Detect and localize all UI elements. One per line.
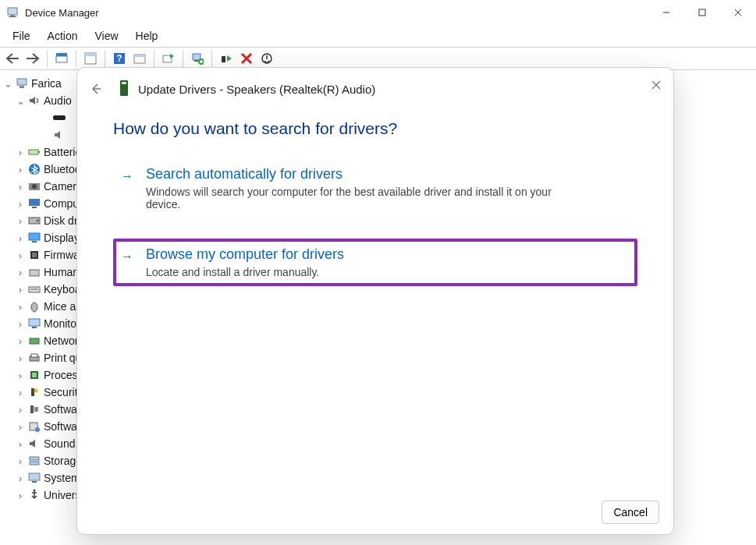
svg-rect-59 <box>32 481 37 483</box>
toolbar-disable-icon[interactable] <box>257 49 276 68</box>
keyboard-icon <box>28 283 41 296</box>
svg-rect-26 <box>29 150 38 154</box>
menu-bar: File Action View Help <box>0 25 756 48</box>
tree-item-label: Audio <box>44 94 72 107</box>
chevron-right-icon: › <box>16 302 25 311</box>
svg-rect-24 <box>20 86 24 88</box>
svg-rect-19 <box>222 56 225 62</box>
software-icon <box>28 420 41 433</box>
camera-icon <box>28 180 41 193</box>
chevron-down-icon: ⌄ <box>16 96 25 105</box>
cancel-button[interactable]: Cancel <box>602 501 659 524</box>
svg-rect-25 <box>53 115 66 120</box>
nav-back-button[interactable] <box>3 49 22 68</box>
menu-action[interactable]: Action <box>40 28 86 44</box>
toolbar-uninstall-icon[interactable] <box>237 49 256 68</box>
svg-rect-53 <box>34 407 38 412</box>
option-title: Search automatically for drivers <box>146 166 567 182</box>
svg-point-55 <box>35 427 40 432</box>
hid-icon <box>28 266 41 278</box>
maximize-button[interactable] <box>684 0 720 25</box>
computer-icon <box>16 77 28 90</box>
speaker-icon <box>53 129 66 141</box>
chevron-right-icon: › <box>16 405 25 414</box>
disk-icon <box>28 214 41 227</box>
menu-view[interactable]: View <box>87 28 126 44</box>
nav-forward-button[interactable] <box>23 49 42 68</box>
bluetooth-icon <box>28 163 41 175</box>
chevron-right-icon: › <box>16 267 25 277</box>
svg-rect-4 <box>699 9 705 16</box>
menu-help[interactable]: Help <box>128 28 166 44</box>
cpu-icon <box>28 369 41 381</box>
printer-icon <box>28 352 41 364</box>
chevron-down-icon: ⌄ <box>3 79 12 88</box>
speaker-icon <box>28 94 41 107</box>
svg-rect-47 <box>31 354 37 357</box>
chevron-right-icon: › <box>16 319 25 328</box>
svg-rect-45 <box>30 338 39 344</box>
chevron-right-icon: › <box>16 216 25 225</box>
chevron-right-icon: › <box>16 336 25 345</box>
chevron-right-icon: › <box>16 250 25 260</box>
svg-rect-44 <box>32 327 37 328</box>
security-icon <box>28 386 41 398</box>
svg-rect-10 <box>85 53 96 56</box>
svg-rect-14 <box>134 55 145 57</box>
dialog-back-button[interactable] <box>87 80 105 98</box>
update-drivers-dialog: Update Drivers - Speakers (Realtek(R) Au… <box>76 67 674 535</box>
speaker-icon <box>28 437 41 450</box>
svg-rect-39 <box>30 270 39 276</box>
svg-point-30 <box>32 184 37 189</box>
option-desc: Locate and install a driver manually. <box>146 266 344 278</box>
chevron-right-icon: › <box>16 370 25 380</box>
minimize-button[interactable] <box>648 0 684 25</box>
chevron-right-icon: › <box>16 422 25 431</box>
svg-rect-63 <box>122 82 126 84</box>
svg-rect-36 <box>32 241 37 242</box>
option-browse-computer[interactable]: → Browse my computer for drivers Locate … <box>113 239 637 286</box>
svg-point-34 <box>37 220 39 222</box>
svg-rect-49 <box>32 373 37 377</box>
system-icon <box>28 472 41 484</box>
toolbar-update-driver-icon[interactable] <box>159 49 178 68</box>
chevron-right-icon: › <box>16 353 25 363</box>
chevron-right-icon: › <box>16 165 25 174</box>
svg-rect-52 <box>30 405 34 413</box>
device-icon <box>53 111 66 124</box>
toolbar-enable-device-icon[interactable] <box>217 49 236 68</box>
window-title: Device Manager <box>25 7 99 19</box>
toolbar-show-hidden-icon[interactable] <box>52 49 71 68</box>
chevron-right-icon: › <box>16 456 25 465</box>
svg-rect-43 <box>29 319 40 326</box>
toolbar-help-icon[interactable]: ? <box>110 49 129 68</box>
toolbar-scan-hardware-icon[interactable] <box>188 49 207 68</box>
component-icon <box>28 403 41 416</box>
toolbar-properties-icon[interactable] <box>81 49 100 68</box>
arrow-right-icon: → <box>121 246 137 278</box>
svg-rect-7 <box>56 56 67 62</box>
svg-rect-38 <box>32 253 37 257</box>
toolbar-action-icon[interactable] <box>130 49 149 68</box>
svg-rect-56 <box>30 457 39 460</box>
tree-root-label: Farica <box>31 77 62 90</box>
svg-rect-58 <box>29 473 40 480</box>
svg-rect-1 <box>10 15 15 16</box>
dialog-close-button[interactable] <box>645 74 667 96</box>
storage-icon <box>28 455 41 467</box>
dialog-device-icon <box>118 80 130 99</box>
option-search-automatically[interactable]: → Search automatically for drivers Windo… <box>113 158 637 218</box>
chevron-right-icon: › <box>16 147 25 157</box>
svg-point-60 <box>34 490 36 492</box>
menu-file[interactable]: File <box>5 28 38 44</box>
close-button[interactable] <box>720 0 756 25</box>
svg-rect-27 <box>38 151 40 153</box>
chevron-right-icon: › <box>16 490 25 500</box>
network-icon <box>28 334 41 347</box>
chip-icon <box>28 249 41 261</box>
option-desc: Windows will search your computer for th… <box>146 186 567 211</box>
arrow-right-icon: → <box>121 166 137 211</box>
usb-icon <box>28 489 41 501</box>
chevron-right-icon: › <box>16 285 25 294</box>
svg-rect-31 <box>29 199 40 206</box>
